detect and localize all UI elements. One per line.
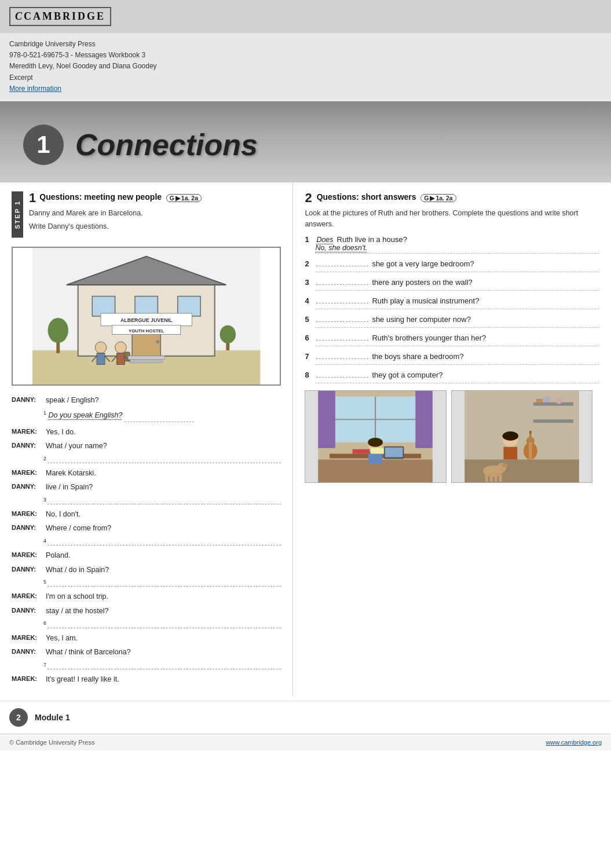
q3-answer-line bbox=[315, 290, 599, 291]
ans-num-6: 6 bbox=[43, 618, 46, 628]
q3-num: 3 bbox=[305, 278, 313, 287]
info-line3: Meredith Levy, Noel Goodey and Diana Goo… bbox=[9, 61, 602, 72]
dialogue-line-14: MAREK: It's great! I really like it. bbox=[12, 673, 281, 686]
module-badge: 2 bbox=[9, 708, 28, 727]
answer-6: 6 bbox=[12, 618, 281, 628]
svg-point-63 bbox=[502, 464, 507, 467]
speaker-danny-3: DANNY: bbox=[12, 481, 43, 494]
dialogue-line-11: DANNY: stay / at the hostel? bbox=[12, 605, 281, 618]
q7-num: 7 bbox=[305, 352, 313, 361]
svg-point-53 bbox=[502, 432, 518, 441]
step-section: STEP 1 1 Questions: meeting new people G… bbox=[12, 192, 281, 238]
svg-rect-47 bbox=[533, 402, 573, 406]
ans-num-3: 3 bbox=[43, 495, 46, 504]
svg-rect-31 bbox=[319, 391, 336, 448]
photo-girl-desk bbox=[305, 390, 446, 483]
q2-rest: she got a very large bedroom? bbox=[372, 259, 474, 268]
footer-right-link[interactable]: www.cambridge.org bbox=[546, 739, 602, 746]
speaker-marek-2: MAREK: bbox=[12, 467, 43, 480]
svg-rect-41 bbox=[371, 448, 386, 454]
chapter-title: Connections bbox=[75, 127, 258, 162]
q3-rest: there any posters on the wall? bbox=[372, 278, 472, 287]
hostel-illustration-box: ALBERGUE JUVENIL YOUTH HOSTEL bbox=[12, 247, 281, 386]
module-text: Module 1 bbox=[35, 713, 70, 722]
dialogue-line-13: DANNY: What / think of Barcelona? bbox=[12, 646, 281, 659]
dialogue-text-12: Yes, I am. bbox=[46, 632, 281, 645]
svg-rect-43 bbox=[385, 448, 403, 457]
q7-answer-line bbox=[315, 364, 599, 365]
svg-point-13 bbox=[95, 342, 107, 354]
dialogue-line-12: MAREK: Yes, I am. bbox=[12, 632, 281, 645]
svg-point-17 bbox=[115, 342, 127, 354]
question-item-4: 4 Ruth play a musical instrument? bbox=[305, 295, 599, 309]
svg-rect-67 bbox=[499, 475, 502, 482]
q3-blank bbox=[316, 277, 368, 285]
svg-rect-40 bbox=[353, 449, 370, 454]
dialogue-line-2: MAREK: Yes, I do. bbox=[12, 426, 281, 439]
question-item-7: 7 the boys share a bedroom? bbox=[305, 351, 599, 365]
q2-blank bbox=[316, 258, 368, 266]
q7-rest: the boys share a bedroom? bbox=[372, 352, 463, 361]
grammar2-g: G bbox=[424, 195, 429, 202]
arrow-sym: ▶ bbox=[175, 195, 180, 202]
dialogue-line-5: DANNY: live / in Spain? bbox=[12, 481, 281, 494]
answer-4: 4 bbox=[12, 536, 281, 545]
info-line1: Cambridge University Press bbox=[9, 39, 602, 50]
logo-text: CAMBRIDGE bbox=[24, 10, 105, 22]
hostel-svg: ALBERGUE JUVENIL YOUTH HOSTEL bbox=[13, 248, 280, 384]
step-badge: STEP 1 bbox=[12, 192, 23, 238]
more-info-link[interactable]: More information bbox=[9, 85, 61, 93]
dialogue-text-13: What / think of Barcelona? bbox=[46, 646, 281, 659]
q4-blank bbox=[316, 295, 368, 303]
svg-rect-32 bbox=[416, 391, 433, 448]
footer-left: © Cambridge University Press bbox=[9, 739, 94, 746]
dialogue-text-4: Marek Kotarski. bbox=[46, 467, 281, 480]
page-footer: © Cambridge University Press www.cambrid… bbox=[0, 734, 611, 750]
question-item-3: 3 there any posters on the wall? bbox=[305, 277, 599, 291]
speaker-marek-4: MAREK: bbox=[12, 549, 43, 562]
ans-line-1 bbox=[125, 414, 194, 422]
exercise2-grammar-badge: G ▶ 1a. 2a bbox=[420, 194, 456, 202]
svg-point-39 bbox=[368, 438, 383, 447]
q5-num: 5 bbox=[305, 315, 313, 324]
q4-row: 4 Ruth play a musical instrument? bbox=[305, 295, 599, 305]
exercise2-number: 2 bbox=[305, 192, 312, 204]
dialogue-text-11: stay / at the hostel? bbox=[46, 605, 281, 618]
left-column: STEP 1 1 Questions: meeting new people G… bbox=[0, 182, 293, 696]
speaker-marek-6: MAREK: bbox=[12, 632, 43, 645]
dialogue-text-6: No, I don't. bbox=[46, 508, 281, 521]
photo1-svg bbox=[305, 391, 445, 482]
svg-rect-50 bbox=[544, 397, 550, 402]
q5-answer-line bbox=[315, 327, 599, 328]
svg-rect-64 bbox=[485, 475, 488, 482]
question-item-1: 1 Does Ruth live in a house? No, she doe… bbox=[305, 235, 599, 254]
dialogue-line-1: DANNY: speak / English? bbox=[12, 394, 281, 407]
info-bar: Cambridge University Press 978-0-521-696… bbox=[0, 33, 611, 101]
chapter-number-badge: 1 bbox=[23, 124, 64, 165]
svg-rect-18 bbox=[117, 353, 125, 365]
question-item-6: 6 Ruth's brothers younger than her? bbox=[305, 332, 599, 346]
q4-num: 4 bbox=[305, 296, 313, 305]
dialogue-line-4: MAREK: Marek Kotarski. bbox=[12, 467, 281, 480]
speaker-danny-4: DANNY: bbox=[12, 522, 43, 535]
dialogue-text-1: speak / English? bbox=[46, 394, 281, 407]
speaker-danny-2: DANNY: bbox=[12, 440, 43, 453]
exercise1-grammar-badge: G ▶ 1a. 2a bbox=[166, 194, 202, 202]
q1-rest: Ruth live in a house? bbox=[337, 235, 407, 244]
dialogue-line-9: DANNY: What / do in Spain? bbox=[12, 563, 281, 577]
speaker-marek-1: MAREK: bbox=[12, 426, 43, 439]
ans-line-4 bbox=[47, 537, 281, 545]
q8-blank bbox=[316, 369, 368, 378]
chapter-header: 1 Connections bbox=[0, 101, 611, 182]
ans-num-5: 5 bbox=[43, 577, 46, 587]
question-list: 1 Does Ruth live in a house? No, she doe… bbox=[305, 235, 599, 383]
exercise2-instruction: Look at the pictures of Ruth and her bro… bbox=[305, 208, 599, 230]
svg-point-23 bbox=[48, 318, 68, 343]
q2-row: 2 she got a very large bedroom? bbox=[305, 258, 599, 268]
dialogue-line-7: DANNY: Where / come from? bbox=[12, 522, 281, 535]
svg-rect-14 bbox=[97, 353, 105, 365]
exercise1-number: 1 bbox=[29, 192, 36, 204]
answer-1: 1 Do you speak English? bbox=[12, 408, 281, 422]
q1-blank-filled: Does bbox=[316, 236, 333, 244]
svg-rect-46 bbox=[464, 460, 579, 483]
